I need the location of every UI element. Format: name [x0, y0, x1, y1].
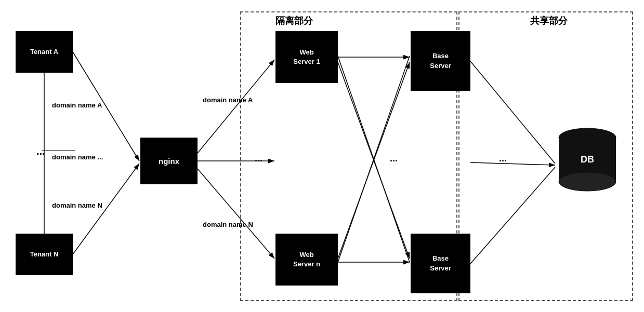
base-server-n-box: BaseServer	[411, 234, 470, 293]
base-server-1-box: BaseServer	[411, 31, 470, 91]
tenant-n-box: Tenant N	[16, 234, 73, 275]
dots-left: ...	[36, 145, 45, 157]
web-server-n-box: WebServer n	[275, 234, 338, 286]
diagram: 隔离部分 共享部分	[0, 0, 644, 312]
domain-name-n-label-left: domain name N	[52, 201, 102, 209]
isolated-label: 隔离部分	[275, 15, 313, 27]
dots-mid2: ...	[390, 153, 398, 164]
shared-label: 共享部分	[530, 15, 568, 27]
svg-point-19	[559, 172, 616, 191]
web-server-1-box: WebServer 1	[275, 31, 338, 83]
domain-name-a-label-right: domain name A	[203, 96, 253, 104]
db-box: DB	[554, 127, 621, 195]
domain-name-dots-label: domain name ...	[52, 153, 103, 161]
svg-text:DB: DB	[581, 154, 594, 165]
domain-name-a-label-left: domain name A	[52, 101, 102, 109]
dots-mid1: ...	[255, 153, 262, 164]
domain-name-n-label-right: domain name N	[203, 221, 253, 228]
nginx-box: nginx	[140, 138, 198, 184]
dots-right: ...	[499, 153, 507, 164]
tenant-a-box: Tenant A	[16, 31, 73, 73]
